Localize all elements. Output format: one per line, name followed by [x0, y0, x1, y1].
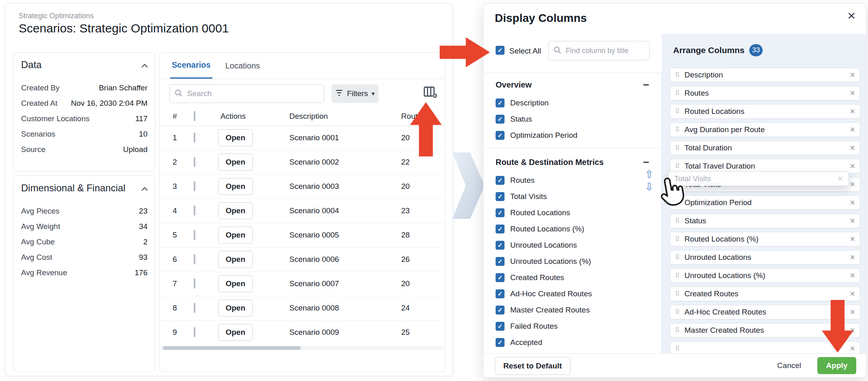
arrange-item[interactable]: ⠿Status×: [670, 214, 860, 228]
drag-handle-icon[interactable]: ⠿: [675, 126, 680, 133]
remove-column-icon[interactable]: ×: [850, 235, 855, 244]
remove-column-icon[interactable]: ×: [850, 271, 855, 280]
arrange-item[interactable]: ⠿Routed Locations (%)×: [670, 232, 860, 246]
arrange-item[interactable]: ⠿Routed Locations×: [670, 104, 860, 119]
column-checkbox[interactable]: [496, 273, 505, 282]
column-checkbox[interactable]: [496, 225, 505, 233]
remove-column-icon[interactable]: ×: [850, 344, 855, 353]
drag-handle-icon[interactable]: ⠿: [675, 345, 680, 352]
collapse-minus-icon[interactable]: −: [643, 157, 649, 167]
remove-column-icon[interactable]: ×: [850, 89, 855, 98]
column-option[interactable]: Routed Locations (%): [483, 221, 661, 237]
open-button[interactable]: Open: [218, 154, 253, 171]
arrange-item[interactable]: ⠿Optimization Period×: [670, 195, 860, 210]
select-all-checkbox[interactable]: [496, 46, 505, 55]
column-checkbox[interactable]: [496, 131, 505, 140]
tab-locations[interactable]: Locations: [224, 53, 262, 79]
column-checkbox[interactable]: [496, 338, 505, 347]
arrange-item[interactable]: ⠿Avg Duration per Route×: [670, 122, 860, 137]
column-option[interactable]: Accepted: [483, 334, 661, 351]
open-button[interactable]: Open: [218, 178, 253, 195]
column-checkbox[interactable]: [496, 98, 505, 107]
remove-column-icon[interactable]: ×: [850, 143, 855, 152]
drag-handle-icon[interactable]: ⠿: [675, 163, 680, 170]
collapse-minus-icon[interactable]: −: [643, 79, 649, 90]
open-button[interactable]: Open: [218, 324, 253, 341]
select-row-checkbox[interactable]: [194, 327, 195, 337]
remove-column-icon[interactable]: ×: [850, 162, 855, 171]
column-option[interactable]: Optimization Period: [483, 127, 661, 143]
arrange-item[interactable]: ⠿Total Duration×: [670, 141, 860, 155]
arrange-item[interactable]: ⠿Routes×: [670, 86, 860, 101]
drag-handle-icon[interactable]: ⠿: [675, 144, 680, 152]
open-button[interactable]: Open: [218, 251, 253, 268]
column-option[interactable]: Created Routes: [483, 270, 661, 286]
drag-handle-icon[interactable]: ⠿: [675, 71, 680, 79]
remove-column-icon[interactable]: ×: [850, 125, 855, 134]
open-button[interactable]: Open: [218, 129, 253, 146]
column-checkbox[interactable]: [496, 192, 505, 201]
column-option[interactable]: Description: [483, 95, 661, 111]
column-option[interactable]: Unrouted Locations (%): [483, 253, 661, 270]
open-button[interactable]: Open: [218, 275, 253, 292]
drag-handle-icon[interactable]: ⠿: [675, 90, 680, 97]
column-search-input[interactable]: [565, 46, 644, 56]
select-row-checkbox[interactable]: [194, 205, 195, 216]
open-button[interactable]: Open: [218, 202, 253, 219]
breadcrumb[interactable]: Strategic Optimizations: [19, 12, 94, 20]
column-checkbox[interactable]: [496, 289, 505, 298]
column-option[interactable]: Unrouted Locations: [483, 237, 661, 253]
select-row-checkbox[interactable]: [194, 278, 195, 289]
select-row-checkbox[interactable]: [194, 303, 195, 313]
remove-column-icon[interactable]: ×: [850, 253, 855, 262]
column-checkbox[interactable]: [496, 257, 505, 266]
horizontal-scrollbar-thumb[interactable]: [163, 346, 301, 350]
column-option[interactable]: Total Visits: [483, 188, 661, 205]
select-all-rows-checkbox[interactable]: [194, 111, 195, 121]
drag-handle-icon[interactable]: ⠿: [675, 308, 680, 316]
drag-handle-icon[interactable]: ⠿: [675, 272, 680, 279]
column-option[interactable]: Master Created Routes: [483, 302, 661, 318]
select-row-checkbox[interactable]: [194, 157, 195, 167]
tab-scenarios[interactable]: Scenarios: [170, 53, 212, 79]
apply-button[interactable]: Apply: [817, 357, 856, 374]
filters-button[interactable]: Filters ▾: [331, 84, 378, 103]
select-row-checkbox[interactable]: [194, 181, 195, 191]
column-option[interactable]: Routed Locations: [483, 205, 661, 221]
remove-column-icon[interactable]: ×: [850, 289, 855, 298]
column-option[interactable]: Routes: [483, 172, 661, 188]
select-row-checkbox[interactable]: [194, 230, 195, 240]
search-input[interactable]: [186, 89, 319, 98]
drag-handle-icon[interactable]: ⠿: [675, 108, 680, 115]
column-checkbox[interactable]: [496, 176, 505, 185]
open-button[interactable]: Open: [218, 300, 253, 317]
drag-handle-icon[interactable]: ⠿: [675, 254, 680, 261]
drag-handle-icon[interactable]: ⠿: [675, 235, 680, 243]
drag-handle-icon[interactable]: ⠿: [675, 290, 680, 298]
column-checkbox[interactable]: [496, 208, 505, 217]
drag-ghost-item[interactable]: Total Visits ×: [668, 171, 849, 186]
collapse-chevron-up-icon[interactable]: [141, 62, 148, 70]
table-search[interactable]: [169, 84, 324, 103]
column-checkbox[interactable]: [496, 306, 505, 315]
arrange-item[interactable]: ⠿Created Routes×: [670, 287, 860, 301]
remove-column-icon[interactable]: ×: [850, 198, 855, 207]
remove-column-icon[interactable]: ×: [850, 71, 855, 79]
column-option[interactable]: Status: [483, 111, 661, 127]
column-option[interactable]: Failed Routes: [483, 318, 661, 334]
column-search[interactable]: [548, 41, 650, 60]
select-row-checkbox[interactable]: [194, 254, 195, 264]
arrange-item[interactable]: ⠿Unrouted Locations (%)×: [670, 268, 860, 283]
remove-column-icon[interactable]: ×: [850, 180, 855, 189]
drag-handle-icon[interactable]: ⠿: [675, 327, 680, 334]
remove-column-icon[interactable]: ×: [850, 216, 855, 225]
arrange-item[interactable]: ⠿Description×: [670, 68, 860, 82]
column-option[interactable]: Ad-Hoc Created Routes: [483, 286, 661, 302]
open-button[interactable]: Open: [218, 227, 253, 244]
manage-columns-button[interactable]: [421, 85, 439, 101]
remove-column-icon[interactable]: ×: [850, 107, 855, 116]
reset-to-default-button[interactable]: Reset to Default: [495, 357, 571, 375]
arrange-item[interactable]: ⠿Unrouted Locations×: [670, 250, 860, 265]
column-checkbox[interactable]: [496, 241, 505, 250]
column-checkbox[interactable]: [496, 322, 505, 331]
